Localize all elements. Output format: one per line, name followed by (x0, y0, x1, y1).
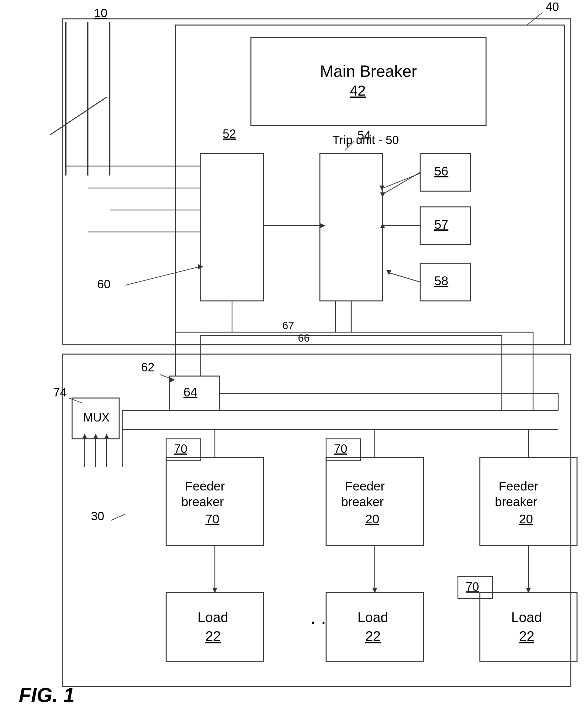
label-40: 40 (546, 0, 559, 14)
svg-marker-3 (320, 223, 326, 228)
load-label-3: Load (511, 610, 542, 625)
svg-line-20 (125, 266, 201, 285)
outer-box-10 (63, 19, 571, 345)
svg-marker-9 (386, 270, 391, 275)
fig-label: FIG. 1 (19, 684, 75, 707)
label-58: 58 (434, 274, 448, 288)
load-label-2: Load (357, 610, 388, 625)
mux-label: MUX (83, 411, 109, 424)
label-60: 60 (97, 278, 110, 291)
label-70-1: 70 (174, 442, 187, 455)
svg-marker-5 (380, 192, 385, 197)
label-30: 30 (91, 510, 104, 523)
label-66: 66 (298, 332, 310, 344)
svg-line-33 (69, 398, 82, 403)
label-74: 74 (53, 386, 66, 399)
box-52 (201, 154, 264, 301)
svg-line-42 (111, 514, 125, 520)
feeder-breaker-label-1b: breaker (181, 495, 224, 509)
label-64: 64 (184, 385, 197, 399)
lower-box (63, 354, 571, 686)
label-52: 52 (223, 127, 236, 141)
feeder-breaker-label-2: Feeder (345, 479, 385, 493)
svg-marker-37 (93, 434, 98, 439)
load-num-2: 22 (365, 628, 381, 644)
main-breaker-box (251, 38, 486, 125)
svg-line-15 (50, 97, 107, 135)
load-num-3: 22 (519, 628, 534, 644)
label-70-2: 70 (334, 442, 347, 455)
main-breaker-label: Main Breaker (320, 62, 417, 80)
feeder-breaker-label-1: Feeder (185, 479, 225, 493)
feeder-breaker-label-3: Feeder (499, 479, 539, 493)
label-62: 62 (141, 361, 154, 374)
diagram-container: 10 40 Main Breaker 42 Trip unit - 50 52 … (0, 0, 588, 713)
svg-line-8 (389, 273, 420, 282)
label-67: 67 (282, 319, 294, 331)
svg-marker-41 (170, 377, 175, 382)
label-70-load3: 70 (466, 580, 479, 593)
load-label-1: Load (197, 610, 228, 625)
load-box-3 (480, 592, 577, 661)
load-num-1: 22 (205, 628, 221, 644)
feeder-breaker-label-3b: breaker (495, 495, 538, 509)
load-box-2 (326, 592, 423, 661)
box-54 (320, 154, 383, 301)
feeder-breaker-num-2: 20 (365, 512, 379, 526)
load-box-1 (166, 592, 264, 661)
feeder-breaker-num-1: 70 (205, 512, 219, 526)
label-56: 56 (434, 164, 448, 178)
feeder-breaker-label-2b: breaker (341, 495, 384, 509)
label-57: 57 (434, 217, 448, 231)
label-42: 42 (350, 82, 366, 99)
label-10: 10 (94, 6, 107, 20)
svg-marker-35 (82, 434, 87, 439)
svg-line-10 (383, 173, 420, 188)
feeder-breaker-num-3: 20 (519, 512, 533, 526)
svg-marker-39 (104, 434, 109, 439)
label-54: 54 (357, 129, 371, 142)
dots-indicator: . . (311, 607, 326, 628)
